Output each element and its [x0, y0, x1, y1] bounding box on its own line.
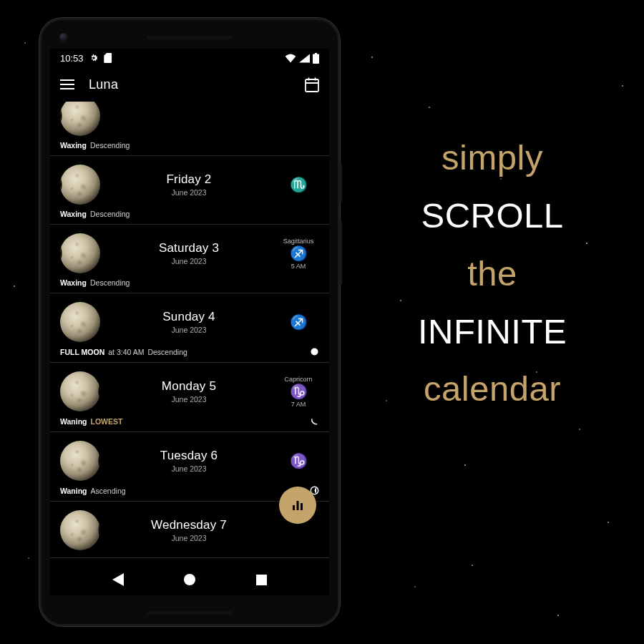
- date-cell: Saturday 3June 2023: [110, 241, 268, 265]
- status-left: 10:53: [60, 53, 112, 64]
- phase-label: Waxing: [60, 278, 87, 287]
- phase-direction: Descending: [90, 278, 130, 287]
- phone-speaker-bottom: [147, 611, 233, 615]
- zodiac-glyph-icon: ♐: [278, 314, 319, 330]
- date-cell: Wednesday 7June 2023: [110, 518, 268, 542]
- phone-frame: 10:53 Luna WaxingDescendingFriday 2June …: [39, 18, 340, 626]
- node-icon: [310, 347, 319, 356]
- moon-phase-icon: [60, 510, 100, 550]
- screen: 10:53 Luna WaxingDescendingFriday 2June …: [50, 49, 329, 595]
- moon-phase-icon: [60, 302, 100, 342]
- phase-direction: Descending: [90, 210, 130, 218]
- home-icon[interactable]: [184, 574, 195, 585]
- date-main: Saturday 3: [110, 241, 268, 255]
- moon-phase-icon: [60, 371, 100, 411]
- svg-point-12: [184, 574, 195, 585]
- zodiac-glyph-icon: ♐: [278, 245, 319, 261]
- zodiac-glyph-icon: ♏: [278, 177, 319, 192]
- tagline-word: calendar: [364, 360, 621, 418]
- tagline-word: the: [364, 245, 621, 303]
- phase-label: Waning: [60, 487, 87, 495]
- calendar-list[interactable]: WaxingDescendingFriday 2June 2023♏Waxing…: [50, 102, 329, 564]
- zodiac-name: Sagittarius: [278, 238, 319, 245]
- list-item[interactable]: Friday 2June 2023♏WaxingDescending: [50, 156, 329, 225]
- date-main: Wednesday 7: [110, 518, 268, 532]
- phase-label: Waxing: [60, 141, 87, 150]
- svg-point-7: [311, 348, 318, 356]
- zodiac-cell: ♐: [278, 314, 319, 330]
- list-item[interactable]: Sunday 4June 2023♐FULL MOONat 3:40 AMDes…: [50, 293, 329, 363]
- tagline-word: SCROLL: [364, 187, 621, 245]
- status-right: [285, 53, 319, 64]
- android-navbar: [50, 564, 329, 595]
- phase-time: at 3:40 AM: [108, 348, 144, 356]
- list-item[interactable]: Saturday 3June 2023Sagittarius♐5 AMWaxin…: [50, 225, 329, 293]
- zodiac-name: Capricorn: [278, 376, 319, 383]
- phase-label: Waning: [60, 417, 87, 426]
- date-cell: Friday 2June 2023: [110, 172, 268, 197]
- phone-side-button: [339, 220, 342, 285]
- wifi-icon: [285, 54, 296, 63]
- row-footer: FULL MOONat 3:40 AMDescending: [60, 347, 319, 356]
- node-icon: [310, 416, 319, 426]
- status-time: 10:53: [60, 53, 84, 64]
- app-title: Luna: [89, 77, 291, 92]
- recent-icon[interactable]: [256, 575, 267, 585]
- date-month: June 2023: [110, 464, 268, 473]
- phone-side-button: [339, 163, 342, 203]
- svg-rect-3: [306, 79, 318, 92]
- zodiac-cell: ♏: [278, 177, 319, 192]
- tagline-word: INFINITE: [364, 303, 621, 361]
- date-cell: Tuesday 6June 2023: [110, 449, 268, 473]
- date-main: Tuesday 6: [110, 449, 268, 463]
- phase-direction: Descending: [147, 348, 187, 356]
- calendar-icon[interactable]: [305, 77, 319, 92]
- zodiac-time: 7 AM: [278, 401, 319, 408]
- back-icon[interactable]: [112, 573, 124, 586]
- hamburger-icon[interactable]: [60, 79, 74, 89]
- row-footer: WaningLOWEST: [60, 416, 319, 426]
- svg-rect-9: [293, 505, 295, 510]
- bar-chart-icon: [291, 498, 305, 512]
- moon-phase-icon: [60, 233, 100, 273]
- date-main: Friday 2: [110, 172, 268, 187]
- gear-icon: [89, 53, 99, 63]
- date-month: June 2023: [110, 326, 268, 334]
- moon-phase-icon: [60, 102, 100, 136]
- moon-phase-icon: [60, 441, 100, 481]
- zodiac-time: 5 AM: [278, 263, 319, 270]
- zodiac-cell: ♑: [278, 453, 319, 469]
- phase-extreme: LOWEST: [91, 417, 123, 426]
- date-main: Monday 5: [110, 379, 268, 394]
- row-footer: WaningAscending: [60, 486, 319, 495]
- signal-icon: [299, 54, 310, 63]
- zodiac-glyph-icon: ♑: [278, 453, 319, 469]
- svg-rect-11: [301, 503, 303, 510]
- tagline-word: simply: [364, 129, 621, 187]
- list-item[interactable]: WaxingDescending: [50, 102, 329, 156]
- fab-stats-button[interactable]: [279, 487, 316, 524]
- row-footer: WaxingDescending: [60, 278, 319, 287]
- date-cell: Monday 5June 2023: [110, 379, 268, 404]
- phone-camera: [59, 33, 68, 42]
- phone-speaker-top: [147, 36, 233, 39]
- zodiac-cell: Sagittarius♐5 AM: [278, 238, 319, 270]
- date-month: June 2023: [110, 395, 268, 404]
- list-item[interactable]: Monday 5June 2023Capricorn♑7 AMWaningLOW…: [50, 363, 329, 432]
- date-month: June 2023: [110, 188, 268, 197]
- date-main: Sunday 4: [110, 310, 268, 324]
- date-month: June 2023: [110, 534, 268, 542]
- phase-label: Waxing: [60, 210, 87, 218]
- moon-phase-icon: [60, 165, 100, 205]
- app-bar: Luna: [50, 67, 329, 102]
- date-cell: Sunday 4June 2023: [110, 310, 268, 334]
- svg-rect-13: [256, 575, 267, 585]
- svg-rect-10: [297, 501, 299, 510]
- sd-card-icon: [104, 53, 112, 63]
- phase-direction: Descending: [90, 141, 130, 150]
- marketing-tagline: simply SCROLL the INFINITE calendar: [364, 129, 621, 418]
- zodiac-cell: Capricorn♑7 AM: [278, 376, 319, 408]
- zodiac-glyph-icon: ♑: [278, 384, 319, 399]
- status-bar: 10:53: [50, 49, 329, 67]
- row-footer: WaxingDescending: [60, 210, 319, 218]
